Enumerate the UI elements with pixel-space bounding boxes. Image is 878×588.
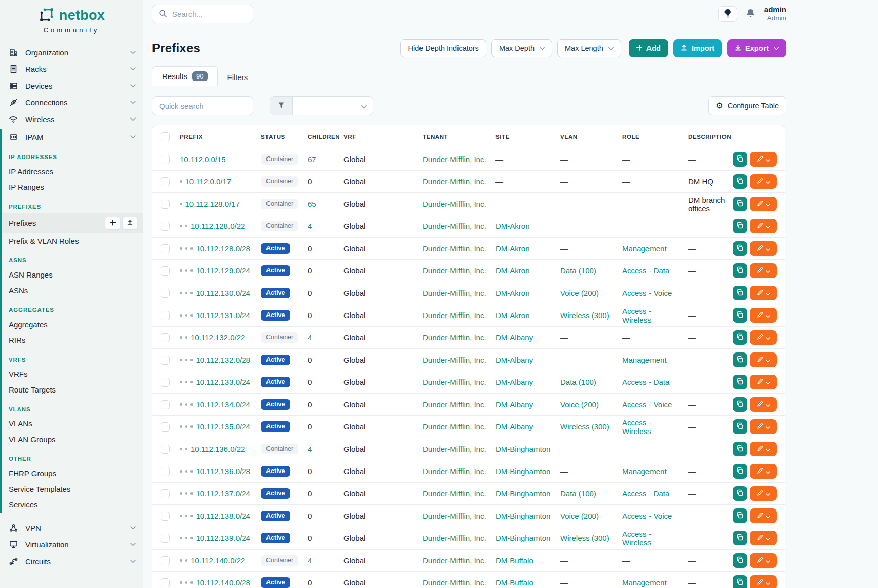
import-button[interactable]: Import [673, 39, 722, 57]
edit-button[interactable] [750, 263, 777, 278]
sidebar-item-circuits[interactable]: Circuits [0, 553, 143, 570]
copy-button[interactable] [733, 330, 747, 345]
configure-table-button[interactable]: ⚙ Configure Table [708, 96, 786, 115]
edit-button[interactable] [750, 330, 777, 345]
sidebar-item-ip-ranges[interactable]: IP Ranges [2, 179, 143, 195]
column-header-children[interactable]: CHILDREN [303, 125, 339, 148]
copy-button[interactable] [733, 152, 747, 167]
copy-button[interactable] [733, 219, 747, 233]
edit-button[interactable] [750, 219, 777, 233]
edit-button[interactable] [750, 308, 777, 323]
prefix-link[interactable]: 10.112.0.0/17 [185, 177, 232, 186]
copy-button[interactable] [733, 508, 747, 523]
tab-filters[interactable]: Filters [218, 68, 258, 86]
column-header-tenant[interactable]: TENANT [418, 125, 491, 148]
edit-button[interactable] [750, 442, 777, 456]
copy-button[interactable] [733, 464, 747, 479]
column-header-prefix[interactable]: PREFIX [176, 125, 257, 148]
prefix-link[interactable]: 10.112.133.0/24 [196, 378, 250, 386]
row-checkbox[interactable] [161, 266, 170, 276]
row-checkbox[interactable] [161, 244, 170, 253]
sidebar-item-asns[interactable]: ASNs [2, 283, 143, 298]
sidebar-item-racks[interactable]: Racks [0, 61, 143, 77]
copy-button[interactable] [733, 553, 747, 568]
row-checkbox[interactable] [161, 422, 170, 432]
prefix-link[interactable]: 10.112.128.0/22 [190, 222, 245, 230]
select-all-checkbox[interactable] [161, 132, 170, 141]
max-depth-dropdown[interactable]: Max Depth [491, 39, 552, 57]
row-checkbox[interactable] [161, 445, 170, 454]
brand-logo[interactable]: netbox Community [0, 6, 143, 34]
notifications-button[interactable] [746, 8, 755, 20]
edit-button[interactable] [750, 575, 777, 588]
copy-button[interactable] [733, 308, 747, 323]
column-header-site[interactable]: SITE [491, 125, 556, 148]
copy-button[interactable] [733, 531, 747, 545]
copy-button[interactable] [733, 397, 747, 412]
prefix-link[interactable]: 10.112.139.0/24 [196, 534, 250, 542]
row-checkbox[interactable] [161, 378, 170, 387]
copy-button[interactable] [733, 197, 747, 211]
prefix-link[interactable]: 10.112.138.0/24 [196, 512, 250, 520]
row-checkbox[interactable] [161, 311, 170, 320]
tab-results[interactable]: Results 90 [152, 66, 218, 86]
row-checkbox[interactable] [161, 467, 170, 476]
prefix-link[interactable]: 10.112.132.0/22 [190, 333, 245, 342]
sidebar-item-services[interactable]: Services [2, 497, 143, 513]
copy-button[interactable] [733, 241, 747, 256]
sidebar-item-virtualization[interactable]: Virtualization [0, 536, 143, 553]
filter-select-dropdown[interactable] [293, 97, 373, 115]
edit-button[interactable] [750, 553, 777, 568]
sidebar-item-service-templates[interactable]: Service Templates [2, 481, 143, 497]
row-checkbox[interactable] [161, 356, 170, 365]
add-button[interactable]: Add [629, 39, 668, 57]
copy-button[interactable] [733, 375, 747, 389]
column-header-status[interactable]: STATUS [257, 125, 303, 148]
edit-button[interactable] [750, 352, 777, 367]
sidebar-item-organization[interactable]: Organization [0, 44, 143, 61]
prefix-link[interactable]: 10.112.134.0/24 [196, 400, 250, 409]
copy-button[interactable] [733, 442, 747, 456]
filter-button[interactable] [270, 97, 293, 115]
prefix-link[interactable]: 10.112.0.0/15 [180, 155, 226, 164]
row-checkbox[interactable] [161, 512, 170, 521]
copy-button[interactable] [733, 352, 747, 367]
row-checkbox[interactable] [161, 578, 170, 587]
row-checkbox[interactable] [161, 534, 170, 543]
edit-button[interactable] [750, 531, 777, 545]
sidebar-item-ip-addresses[interactable]: IP Addresses [2, 164, 143, 179]
copy-button[interactable] [733, 286, 747, 300]
copy-button[interactable] [733, 174, 747, 189]
sidebar-item-vrfs[interactable]: VRFs [2, 366, 143, 382]
prefix-link[interactable]: 10.112.140.0/28 [196, 578, 250, 587]
copy-button[interactable] [733, 419, 747, 434]
copy-button[interactable] [733, 263, 747, 278]
export-button[interactable]: Export [727, 39, 786, 57]
sidebar-item-wireless[interactable]: Wireless [0, 111, 143, 128]
prefix-link[interactable]: 10.112.136.0/28 [196, 467, 250, 476]
row-checkbox[interactable] [161, 556, 170, 565]
prefix-link[interactable]: 10.112.137.0/24 [196, 489, 250, 498]
sidebar-item-devices[interactable]: Devices [0, 77, 143, 94]
quick-import-button[interactable] [122, 217, 138, 229]
row-checkbox[interactable] [161, 333, 170, 342]
edit-button[interactable] [750, 486, 777, 501]
prefix-link[interactable]: 10.112.132.0/28 [196, 356, 250, 364]
max-length-dropdown[interactable]: Max Length [557, 39, 621, 57]
edit-button[interactable] [750, 174, 777, 189]
sidebar-item-connections[interactable]: Connections [0, 94, 143, 111]
column-header-role[interactable]: ROLE [618, 125, 684, 148]
row-checkbox[interactable] [161, 289, 170, 298]
edit-button[interactable] [750, 375, 777, 389]
sidebar-item-vlan-groups[interactable]: VLAN Groups [2, 432, 143, 447]
column-header-vlan[interactable]: VLAN [556, 125, 618, 148]
prefix-link[interactable]: 10.112.131.0/24 [196, 311, 250, 320]
prefix-link[interactable]: 10.112.129.0/24 [196, 266, 250, 275]
theme-toggle-button[interactable] [718, 6, 737, 22]
prefix-link[interactable]: 10.112.128.0/28 [196, 244, 250, 253]
user-menu[interactable]: admin Admin [764, 5, 786, 23]
row-checkbox[interactable] [161, 177, 170, 186]
edit-button[interactable] [750, 397, 777, 412]
row-checkbox[interactable] [161, 400, 170, 409]
column-header-vrf[interactable]: VRF [339, 125, 418, 148]
